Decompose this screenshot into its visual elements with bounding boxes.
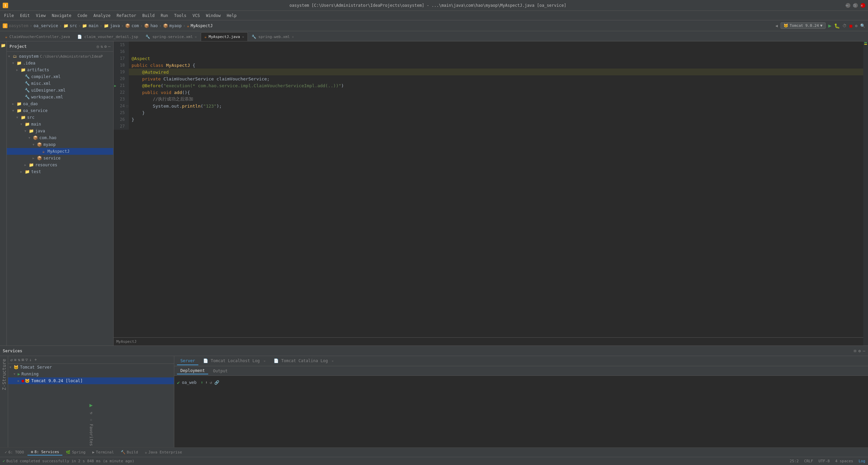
toolbar-rerun[interactable]: ↺ <box>10 357 13 362</box>
tree-item-artifacts[interactable]: ▶ 📁 artifacts <box>7 67 113 73</box>
nav-action-search[interactable]: 🔍 <box>860 23 865 28</box>
tab-close-springweb[interactable]: ✕ <box>292 35 294 39</box>
tree-item-oasystem[interactable]: ▼ 🗂 oasystem C:\Users\Administrator\Idea… <box>7 53 113 60</box>
toolbar-add[interactable]: + <box>34 357 37 362</box>
left-icon-project[interactable]: 📁 <box>1 43 6 48</box>
menu-build[interactable]: Build <box>140 12 157 19</box>
subtab-output[interactable]: Output <box>210 368 231 374</box>
tree-item-idea[interactable]: ▼ 📁 .idea <box>7 60 113 67</box>
menu-code[interactable]: Code <box>75 12 90 19</box>
panel-hide-btn[interactable]: — <box>863 349 865 353</box>
nav-module[interactable]: oa_service <box>34 23 58 28</box>
tree-item-comhao[interactable]: ▼ 📦 com.hao <box>7 134 113 141</box>
line-ending[interactable]: CRLF <box>804 459 813 463</box>
tree-item-myaspectj[interactable]: ☕ MyAspectJ <box>7 148 113 155</box>
bottom-tab-terminal[interactable]: ▶ Terminal <box>89 449 117 455</box>
bottom-tab-services[interactable]: ⚙ 8: Services <box>27 449 62 455</box>
toolbar-filter[interactable]: ▽ <box>25 357 28 362</box>
menu-window[interactable]: Window <box>203 12 223 19</box>
tree-item-service[interactable]: ▶ 📦 service <box>7 155 113 162</box>
services-tab-server[interactable]: Server <box>177 357 198 365</box>
tab-close-myaspectj[interactable]: ✕ <box>242 35 244 39</box>
tab-myaspectj[interactable]: ☕ MyAspectJ.java ✕ <box>201 32 248 41</box>
window-controls[interactable]: — ❐ ✕ <box>846 3 865 8</box>
menu-navigate[interactable]: Navigate <box>49 12 74 19</box>
menu-view[interactable]: View <box>33 12 48 19</box>
tab-close-springservice[interactable]: ✕ <box>195 35 197 39</box>
nav-action-profile[interactable]: ⏱ <box>843 23 847 28</box>
bottom-tab-spring[interactable]: 🌿 Spring <box>62 449 89 455</box>
sidebar-locate-btn[interactable]: ◎ <box>97 44 99 49</box>
close-btn[interactable]: ✕ <box>861 3 865 8</box>
tab-springservice[interactable]: 🔧 spring-service.xml ✕ <box>142 32 200 41</box>
menu-tools[interactable]: Tools <box>172 12 189 19</box>
toolbar-download[interactable]: ↓ <box>29 357 32 362</box>
tab-claimvoucher[interactable]: ☕ ClaimVoucherController.java <box>1 32 74 41</box>
code-editor[interactable]: 15 16 17 @Aspect 18 public class MyAspec… <box>114 41 863 337</box>
cursor-position[interactable]: 25:2 <box>790 459 799 463</box>
action-deploy[interactable]: ▶ <box>90 402 93 408</box>
toolbar-sort[interactable]: ⇅ <box>18 357 20 362</box>
menu-refactor[interactable]: Refactor <box>114 12 139 19</box>
tree-item-myaop[interactable]: ▼ 📦 myaop <box>7 141 113 148</box>
tree-item-java[interactable]: ▼ 📁 java <box>7 128 113 134</box>
services-tab-localhost-log[interactable]: 📄 Tomcat Localhost Log ✕ <box>200 357 269 365</box>
encoding[interactable]: UTF-8 <box>818 459 830 463</box>
panel-settings-btn[interactable]: ⚙ <box>859 349 861 353</box>
tree-item-main[interactable]: ▼ 📁 main <box>7 121 113 128</box>
bottom-tab-javaenterprise[interactable]: ☕ Java Enterprise <box>141 449 185 455</box>
maximize-btn[interactable]: ❐ <box>853 3 858 8</box>
tree-item-oadao[interactable]: ▶ 📁 oa_dao <box>7 100 113 107</box>
sidebar-hide-btn[interactable]: — <box>108 44 111 49</box>
panel-popout-btn[interactable]: ⊡ <box>854 349 856 353</box>
nav-action-stop[interactable]: ■ <box>849 23 852 29</box>
sidebar-expand-btn[interactable]: ⇅ <box>100 44 103 49</box>
nav-action-run[interactable]: ▶ <box>828 22 832 29</box>
deploy-action-open[interactable]: 🔗 <box>214 380 219 385</box>
menu-vcs[interactable]: VCS <box>190 12 203 19</box>
services-tree-running[interactable]: ▼ ▶ Running <box>8 371 174 377</box>
deploy-action-down[interactable]: ⬇ <box>205 380 208 385</box>
sidebar-settings-btn[interactable]: ⚙ <box>104 44 107 49</box>
tree-item-src[interactable]: ▼ 📁 src <box>7 114 113 121</box>
services-tree-tomcat-instance[interactable]: ▶ ■ 🐱 Tomcat 9.0.24 [local] <box>8 377 174 384</box>
subtab-deployment[interactable]: Deployment <box>177 368 208 374</box>
bottom-tab-todo[interactable]: ✓ 6: TODO <box>1 449 27 455</box>
minimize-btn[interactable]: — <box>846 3 850 8</box>
services-icon-refresh[interactable]: Z-Structure <box>1 357 7 392</box>
nav-action-settings[interactable]: ⚙ <box>855 23 857 28</box>
action-star[interactable]: ☆ <box>90 417 92 422</box>
tree-item-workspace[interactable]: 🔧 workspace.xml <box>7 94 113 100</box>
action-pin[interactable]: Favorites <box>89 424 94 446</box>
menu-edit[interactable]: Edit <box>17 12 33 19</box>
toolbar-expandall[interactable]: ≡ <box>14 357 16 362</box>
tree-item-misc[interactable]: 🔧 misc.xml <box>7 80 113 87</box>
localhost-log-close[interactable]: ✕ <box>263 359 265 363</box>
services-tab-catalina-log[interactable]: 📄 Tomcat Catalina Log ✕ <box>270 357 337 365</box>
log-link[interactable]: Log <box>859 459 865 463</box>
tree-item-oaservice[interactable]: ▼ 📁 oa_service <box>7 107 113 114</box>
tab-claimdetail[interactable]: 📄 claim_voucher_detail.jsp <box>74 32 142 41</box>
deploy-action-up[interactable]: ⬆ <box>201 380 203 385</box>
menu-help[interactable]: Help <box>224 12 239 19</box>
tree-item-compiler[interactable]: 🔧 compiler.xml <box>7 73 113 80</box>
nav-project[interactable]: I <box>3 23 7 28</box>
services-tree-tomcat[interactable]: ▼ 🐱 Tomcat Server <box>8 364 174 371</box>
tab-springweb[interactable]: 🔧 spring-web.xml ✕ <box>248 32 298 41</box>
nav-action-debug[interactable]: 🐛 <box>834 23 840 29</box>
menu-analyze[interactable]: Analyze <box>91 12 113 19</box>
tree-item-resources[interactable]: ▶ 📁 resources <box>7 162 113 168</box>
toolbar-group[interactable]: ⊞ <box>22 357 24 362</box>
action-refresh[interactable]: ↺ <box>90 410 92 415</box>
tomcat-dropdown-icon[interactable]: ▼ <box>820 23 823 28</box>
menu-run[interactable]: Run <box>158 12 171 19</box>
tree-item-test[interactable]: ▶ 📁 test <box>7 168 113 175</box>
menu-file[interactable]: File <box>1 12 17 19</box>
bottom-tab-build[interactable]: 🔨 Build <box>117 449 141 455</box>
catalina-log-close[interactable]: ✕ <box>332 359 334 363</box>
tomcat-badge[interactable]: 🐱 Tomcat 9.0.24 ▼ <box>781 22 826 29</box>
tree-item-uidesigner[interactable]: 🔧 uiDesigner.xml <box>7 87 113 94</box>
nav-action-back[interactable]: ◀ <box>775 23 778 28</box>
deploy-action-refresh[interactable]: ↺ <box>210 380 212 385</box>
indent[interactable]: 4 spaces <box>835 459 853 463</box>
